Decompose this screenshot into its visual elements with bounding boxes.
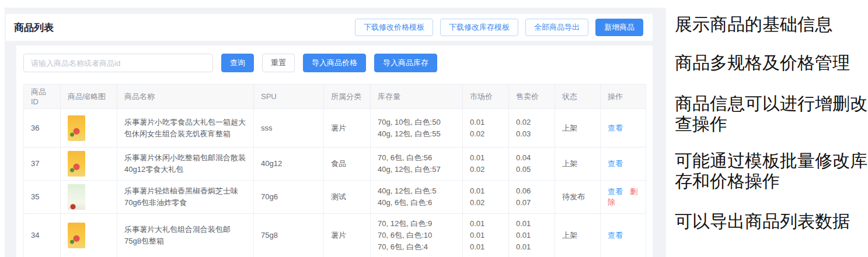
cell-value-line: 0.01: [470, 117, 501, 128]
cell-product-name: 乐事薯片轻焙柚香黑椒香焗芝士味70g6包非油炸零食: [117, 181, 254, 214]
page-title: 商品列表: [14, 21, 54, 34]
cell-stock: 40g, 12包, 白色:540g, 6包, 白色:6: [371, 181, 463, 214]
add-product-button[interactable]: 新增商品: [595, 19, 643, 36]
cell-sale-price: 0.040.05: [509, 147, 555, 181]
view-link[interactable]: 查看: [608, 187, 623, 196]
search-buttons: 查询重置导入商品价格导入商品库存: [221, 54, 437, 72]
search-row: 查询重置导入商品价格导入商品库存: [23, 54, 646, 72]
annotation-text: 商品多规格及价格管理: [675, 52, 868, 73]
column-header: SPU: [254, 85, 324, 109]
download-stock-template-button[interactable]: 下载修改库存模板: [440, 19, 518, 36]
cell-product-name: 乐事薯片小吃零食品大礼包一箱超大包休闲女生组合装充饥夜宵整箱: [117, 109, 254, 147]
cell-category: 测试: [324, 181, 371, 214]
cell-product-id: 37: [24, 147, 61, 181]
cell-actions: 查看: [601, 147, 646, 181]
table-row: 36 乐事薯片小吃零食品大礼包一箱超大包休闲女生组合装充饥夜宵整箱 sss 薯片…: [24, 109, 646, 147]
column-header: 商品缩略图: [61, 85, 117, 109]
cell-value-line: 0.01: [470, 218, 501, 230]
product-thumbnail: [68, 115, 85, 141]
cell-category: 薯片: [324, 109, 371, 147]
cell-value-line: 0.01: [470, 241, 501, 253]
import-product-stock-button[interactable]: 导入商品库存: [374, 54, 437, 72]
cell-value-line: 0.01: [470, 152, 501, 164]
cell-value-line: 40g, 12包, 白色:57: [378, 164, 455, 175]
page-header: 商品列表 下载修改价格模板下载修改库存模板全部商品导出新增商品: [6, 14, 653, 41]
status-text: 待发布: [562, 192, 585, 201]
cell-stock: 70, 12包, 白色:970, 6包, 白色:1070, 6包, 白色:4: [371, 214, 463, 257]
cell-market-price: 0.010.02: [463, 109, 509, 147]
product-table-wrap: 商品ID商品缩略图商品名称SPU所属分类库存量市场价售卖价状态操作 36 乐事薯…: [23, 84, 646, 257]
cell-product-name: 乐事薯片大礼包组合混合装包邮75g8包整箱: [117, 214, 254, 257]
view-link[interactable]: 查看: [608, 231, 623, 240]
content-card: 查询重置导入商品价格导入商品库存 商品ID商品缩略图商品名称SPU所属分类库存量…: [16, 45, 653, 257]
cell-value-line: 0.03: [516, 128, 548, 140]
cell-market-price: 0.010.010.01: [463, 214, 509, 257]
column-header: 库存量: [371, 85, 463, 109]
cell-thumbnail: [61, 147, 117, 181]
cell-product-id: 35: [24, 181, 61, 214]
cell-thumbnail: [61, 109, 117, 147]
reset-button[interactable]: 重置: [262, 54, 295, 72]
column-header: 操作: [601, 85, 646, 109]
view-link[interactable]: 查看: [608, 159, 623, 168]
cell-product-id: 36: [24, 109, 61, 147]
header-actions: 下载修改价格模板下载修改库存模板全部商品导出新增商品: [355, 19, 643, 36]
cell-product-name: 乐事薯片休闲小吃整箱包邮混合散装40g12零食大礼包: [117, 147, 254, 181]
cell-spu: sss: [254, 109, 324, 147]
export-all-products-button[interactable]: 全部商品导出: [525, 19, 588, 36]
column-header: 状态: [555, 85, 601, 109]
cell-spu: 40g12: [254, 147, 324, 181]
download-price-template-button[interactable]: 下载修改价格模板: [355, 19, 433, 36]
product-table: 商品ID商品缩略图商品名称SPU所属分类库存量市场价售卖价状态操作 36 乐事薯…: [23, 84, 646, 257]
cell-value-line: 40g, 12包, 白色:5: [378, 185, 455, 197]
cell-value-line: 0.01: [516, 230, 548, 241]
table-row: 35 乐事薯片轻焙柚香黑椒香焗芝士味70g6包非油炸零食 70g6 测试 40g…: [24, 181, 646, 214]
status-text: 上架: [562, 124, 577, 132]
cell-market-price: 0.010.02: [463, 147, 509, 181]
cell-value-line: 70, 6包, 白色:10: [378, 230, 455, 241]
column-header: 市场价: [463, 85, 509, 109]
table-body: 36 乐事薯片小吃零食品大礼包一箱超大包休闲女生组合装充饥夜宵整箱 sss 薯片…: [24, 109, 646, 257]
cell-value-line: 0.01: [516, 218, 548, 230]
cell-value-line: 0.02: [516, 117, 548, 128]
column-header: 商品ID: [24, 85, 61, 109]
cell-value-line: 0.02: [470, 164, 501, 175]
cell-value-line: 0.01: [516, 241, 548, 253]
cell-value-line: 70g, 10包, 白色:50: [378, 117, 455, 128]
search-input[interactable]: [23, 54, 213, 72]
cell-stock: 70, 6包, 白色:5640g, 12包, 白色:57: [371, 147, 463, 181]
query-button[interactable]: 查询: [221, 54, 254, 72]
cell-sale-price: 0.010.010.01: [509, 214, 555, 257]
cell-actions: 查看: [601, 109, 646, 147]
cell-sale-price: 0.060.07: [509, 181, 555, 214]
cell-value-line: 0.01: [470, 230, 501, 241]
cell-value-line: 70, 6包, 白色:56: [378, 152, 455, 164]
cell-status: 上架: [555, 214, 601, 257]
import-product-price-button[interactable]: 导入商品价格: [303, 54, 366, 72]
annotation-text: 商品信息可以进行增删改查操作: [675, 93, 868, 134]
cell-spu: 75g8: [254, 214, 324, 257]
annotation-text: 展示商品的基础信息: [675, 14, 868, 34]
table-row: 37 乐事薯片休闲小吃整箱包邮混合散装40g12零食大礼包 40g12 食品 7…: [24, 147, 646, 181]
cell-value-line: 0.05: [516, 164, 548, 175]
cell-value-line: 0.04: [516, 152, 548, 164]
cell-value-line: 0.01: [470, 185, 501, 197]
cell-status: 待发布: [555, 181, 601, 214]
cell-status: 上架: [555, 109, 601, 147]
annotation-text: 可能通过模板批量修改库存和价格操作: [675, 150, 868, 191]
status-text: 上架: [562, 231, 577, 240]
cell-market-price: 0.010.02: [463, 181, 509, 214]
cell-value-line: 70, 12包, 白色:9: [378, 218, 455, 230]
view-link[interactable]: 查看: [608, 124, 623, 132]
cell-value-line: 40g, 12包, 白色:55: [378, 128, 455, 140]
table-header-row: 商品ID商品缩略图商品名称SPU所属分类库存量市场价售卖价状态操作: [24, 85, 646, 109]
cell-value-line: 40g, 6包, 白色:6: [378, 197, 455, 209]
cell-value-line: 70, 6包, 白色:4: [378, 241, 455, 253]
column-header: 所属分类: [324, 85, 371, 109]
cell-value-line: 0.06: [516, 185, 548, 197]
cell-actions: 查看: [601, 214, 646, 257]
product-thumbnail: [68, 184, 85, 210]
column-header: 商品名称: [117, 85, 254, 109]
cell-spu: 70g6: [254, 181, 324, 214]
cell-value-line: 0.02: [470, 197, 501, 209]
